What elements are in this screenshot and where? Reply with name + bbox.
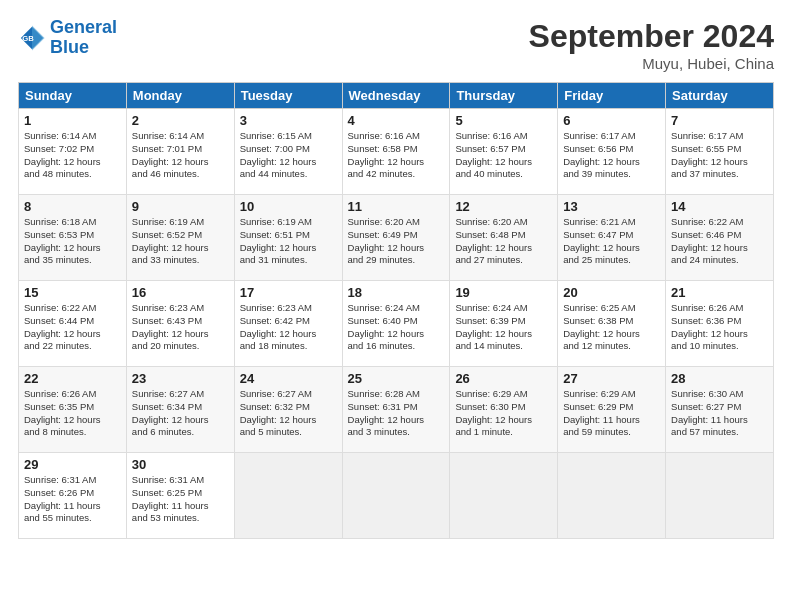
calendar-cell: 18Sunrise: 6:24 AMSunset: 6:40 PMDayligh… bbox=[342, 281, 450, 367]
cell-content: Sunrise: 6:20 AMSunset: 6:49 PMDaylight:… bbox=[348, 216, 445, 267]
cell-content: Sunrise: 6:29 AMSunset: 6:29 PMDaylight:… bbox=[563, 388, 660, 439]
day-number: 14 bbox=[671, 199, 768, 214]
day-number: 28 bbox=[671, 371, 768, 386]
location: Muyu, Hubei, China bbox=[529, 55, 774, 72]
calendar-table: SundayMondayTuesdayWednesdayThursdayFrid… bbox=[18, 82, 774, 539]
title-block: September 2024 Muyu, Hubei, China bbox=[529, 18, 774, 72]
day-number: 10 bbox=[240, 199, 337, 214]
calendar-cell bbox=[342, 453, 450, 539]
day-number: 22 bbox=[24, 371, 121, 386]
logo-line2: Blue bbox=[50, 37, 89, 57]
cell-content: Sunrise: 6:31 AMSunset: 6:25 PMDaylight:… bbox=[132, 474, 229, 525]
week-row-2: 15Sunrise: 6:22 AMSunset: 6:44 PMDayligh… bbox=[19, 281, 774, 367]
cell-content: Sunrise: 6:19 AMSunset: 6:51 PMDaylight:… bbox=[240, 216, 337, 267]
day-number: 2 bbox=[132, 113, 229, 128]
week-row-4: 29Sunrise: 6:31 AMSunset: 6:26 PMDayligh… bbox=[19, 453, 774, 539]
day-number: 6 bbox=[563, 113, 660, 128]
day-number: 24 bbox=[240, 371, 337, 386]
cell-content: Sunrise: 6:23 AMSunset: 6:42 PMDaylight:… bbox=[240, 302, 337, 353]
day-number: 21 bbox=[671, 285, 768, 300]
cell-content: Sunrise: 6:26 AMSunset: 6:35 PMDaylight:… bbox=[24, 388, 121, 439]
day-number: 27 bbox=[563, 371, 660, 386]
calendar-cell: 25Sunrise: 6:28 AMSunset: 6:31 PMDayligh… bbox=[342, 367, 450, 453]
logo-icon: GB bbox=[18, 24, 46, 52]
day-number: 12 bbox=[455, 199, 552, 214]
day-number: 13 bbox=[563, 199, 660, 214]
cell-content: Sunrise: 6:31 AMSunset: 6:26 PMDaylight:… bbox=[24, 474, 121, 525]
calendar-cell: 6Sunrise: 6:17 AMSunset: 6:56 PMDaylight… bbox=[558, 109, 666, 195]
col-header-friday: Friday bbox=[558, 83, 666, 109]
calendar-cell: 2Sunrise: 6:14 AMSunset: 7:01 PMDaylight… bbox=[126, 109, 234, 195]
cell-content: Sunrise: 6:22 AMSunset: 6:44 PMDaylight:… bbox=[24, 302, 121, 353]
page: GB General Blue September 2024 Muyu, Hub… bbox=[0, 0, 792, 612]
logo-text: General Blue bbox=[50, 18, 117, 58]
cell-content: Sunrise: 6:17 AMSunset: 6:56 PMDaylight:… bbox=[563, 130, 660, 181]
cell-content: Sunrise: 6:27 AMSunset: 6:32 PMDaylight:… bbox=[240, 388, 337, 439]
day-number: 17 bbox=[240, 285, 337, 300]
calendar-cell: 11Sunrise: 6:20 AMSunset: 6:49 PMDayligh… bbox=[342, 195, 450, 281]
cell-content: Sunrise: 6:22 AMSunset: 6:46 PMDaylight:… bbox=[671, 216, 768, 267]
calendar-cell: 29Sunrise: 6:31 AMSunset: 6:26 PMDayligh… bbox=[19, 453, 127, 539]
calendar-cell: 7Sunrise: 6:17 AMSunset: 6:55 PMDaylight… bbox=[666, 109, 774, 195]
calendar-cell: 15Sunrise: 6:22 AMSunset: 6:44 PMDayligh… bbox=[19, 281, 127, 367]
calendar-cell: 22Sunrise: 6:26 AMSunset: 6:35 PMDayligh… bbox=[19, 367, 127, 453]
calendar-cell bbox=[666, 453, 774, 539]
calendar-cell: 24Sunrise: 6:27 AMSunset: 6:32 PMDayligh… bbox=[234, 367, 342, 453]
calendar-cell: 20Sunrise: 6:25 AMSunset: 6:38 PMDayligh… bbox=[558, 281, 666, 367]
calendar-cell: 5Sunrise: 6:16 AMSunset: 6:57 PMDaylight… bbox=[450, 109, 558, 195]
col-header-saturday: Saturday bbox=[666, 83, 774, 109]
cell-content: Sunrise: 6:24 AMSunset: 6:40 PMDaylight:… bbox=[348, 302, 445, 353]
calendar-cell: 1Sunrise: 6:14 AMSunset: 7:02 PMDaylight… bbox=[19, 109, 127, 195]
day-number: 19 bbox=[455, 285, 552, 300]
calendar-cell: 8Sunrise: 6:18 AMSunset: 6:53 PMDaylight… bbox=[19, 195, 127, 281]
calendar-cell: 23Sunrise: 6:27 AMSunset: 6:34 PMDayligh… bbox=[126, 367, 234, 453]
cell-content: Sunrise: 6:20 AMSunset: 6:48 PMDaylight:… bbox=[455, 216, 552, 267]
cell-content: Sunrise: 6:28 AMSunset: 6:31 PMDaylight:… bbox=[348, 388, 445, 439]
day-number: 30 bbox=[132, 457, 229, 472]
day-number: 4 bbox=[348, 113, 445, 128]
week-row-0: 1Sunrise: 6:14 AMSunset: 7:02 PMDaylight… bbox=[19, 109, 774, 195]
calendar-cell: 10Sunrise: 6:19 AMSunset: 6:51 PMDayligh… bbox=[234, 195, 342, 281]
day-number: 23 bbox=[132, 371, 229, 386]
cell-content: Sunrise: 6:26 AMSunset: 6:36 PMDaylight:… bbox=[671, 302, 768, 353]
calendar-cell: 17Sunrise: 6:23 AMSunset: 6:42 PMDayligh… bbox=[234, 281, 342, 367]
calendar-cell: 12Sunrise: 6:20 AMSunset: 6:48 PMDayligh… bbox=[450, 195, 558, 281]
day-number: 15 bbox=[24, 285, 121, 300]
cell-content: Sunrise: 6:19 AMSunset: 6:52 PMDaylight:… bbox=[132, 216, 229, 267]
calendar-cell: 21Sunrise: 6:26 AMSunset: 6:36 PMDayligh… bbox=[666, 281, 774, 367]
cell-content: Sunrise: 6:15 AMSunset: 7:00 PMDaylight:… bbox=[240, 130, 337, 181]
week-row-3: 22Sunrise: 6:26 AMSunset: 6:35 PMDayligh… bbox=[19, 367, 774, 453]
svg-marker-1 bbox=[32, 25, 45, 50]
day-number: 9 bbox=[132, 199, 229, 214]
calendar-cell: 28Sunrise: 6:30 AMSunset: 6:27 PMDayligh… bbox=[666, 367, 774, 453]
col-header-wednesday: Wednesday bbox=[342, 83, 450, 109]
cell-content: Sunrise: 6:16 AMSunset: 6:58 PMDaylight:… bbox=[348, 130, 445, 181]
calendar-cell: 16Sunrise: 6:23 AMSunset: 6:43 PMDayligh… bbox=[126, 281, 234, 367]
cell-content: Sunrise: 6:17 AMSunset: 6:55 PMDaylight:… bbox=[671, 130, 768, 181]
day-number: 11 bbox=[348, 199, 445, 214]
calendar-cell: 3Sunrise: 6:15 AMSunset: 7:00 PMDaylight… bbox=[234, 109, 342, 195]
cell-content: Sunrise: 6:14 AMSunset: 7:02 PMDaylight:… bbox=[24, 130, 121, 181]
day-number: 7 bbox=[671, 113, 768, 128]
calendar-cell bbox=[558, 453, 666, 539]
cell-content: Sunrise: 6:18 AMSunset: 6:53 PMDaylight:… bbox=[24, 216, 121, 267]
cell-content: Sunrise: 6:21 AMSunset: 6:47 PMDaylight:… bbox=[563, 216, 660, 267]
month-title: September 2024 bbox=[529, 18, 774, 55]
day-number: 16 bbox=[132, 285, 229, 300]
day-number: 5 bbox=[455, 113, 552, 128]
day-number: 20 bbox=[563, 285, 660, 300]
calendar-cell: 14Sunrise: 6:22 AMSunset: 6:46 PMDayligh… bbox=[666, 195, 774, 281]
week-row-1: 8Sunrise: 6:18 AMSunset: 6:53 PMDaylight… bbox=[19, 195, 774, 281]
calendar-cell: 19Sunrise: 6:24 AMSunset: 6:39 PMDayligh… bbox=[450, 281, 558, 367]
col-header-tuesday: Tuesday bbox=[234, 83, 342, 109]
cell-content: Sunrise: 6:16 AMSunset: 6:57 PMDaylight:… bbox=[455, 130, 552, 181]
day-number: 26 bbox=[455, 371, 552, 386]
col-header-sunday: Sunday bbox=[19, 83, 127, 109]
calendar-header-row: SundayMondayTuesdayWednesdayThursdayFrid… bbox=[19, 83, 774, 109]
calendar-cell: 27Sunrise: 6:29 AMSunset: 6:29 PMDayligh… bbox=[558, 367, 666, 453]
cell-content: Sunrise: 6:30 AMSunset: 6:27 PMDaylight:… bbox=[671, 388, 768, 439]
calendar-cell: 9Sunrise: 6:19 AMSunset: 6:52 PMDaylight… bbox=[126, 195, 234, 281]
calendar-cell: 26Sunrise: 6:29 AMSunset: 6:30 PMDayligh… bbox=[450, 367, 558, 453]
day-number: 8 bbox=[24, 199, 121, 214]
svg-text:GB: GB bbox=[22, 34, 34, 43]
